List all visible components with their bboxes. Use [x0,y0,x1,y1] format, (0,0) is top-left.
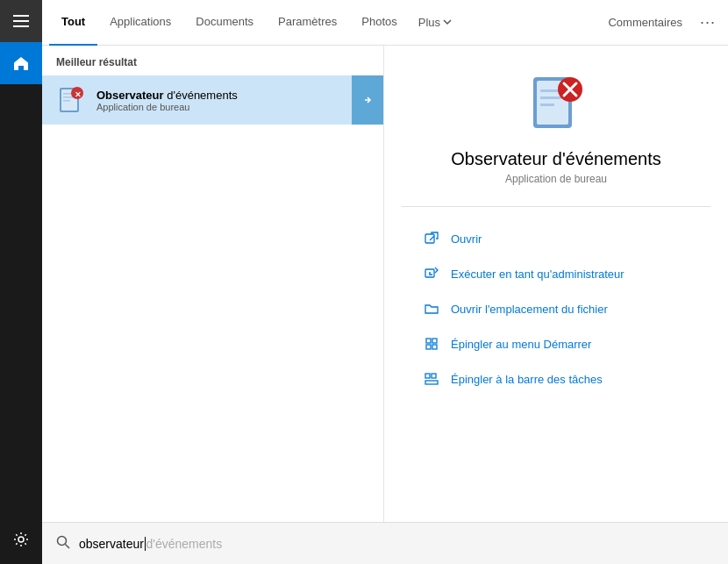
action-epingler-taches-label: Épingler à la barre des tâches [451,373,603,386]
search-ghost-text: d'événements [146,537,222,551]
svg-text:✕: ✕ [75,90,82,99]
result-name-bold: Observateur [96,89,164,102]
svg-rect-24 [432,345,437,349]
action-epingler-demarrer-label: Épingler au menu Démarrer [451,338,591,351]
svg-rect-27 [425,381,438,384]
result-name-rest: d'événements [164,89,238,102]
svg-rect-8 [63,100,70,102]
detail-icon-area [525,72,588,135]
search-icon [56,535,70,553]
svg-rect-26 [432,374,436,378]
tab-photos[interactable]: Photos [349,0,409,46]
svg-rect-0 [13,15,29,17]
result-item-arrow[interactable] [352,75,383,125]
pin-taskbar-icon [423,370,440,388]
detail-divider [402,206,710,207]
svg-point-28 [58,536,67,545]
sidebar-settings-button[interactable] [0,518,42,560]
result-item-icon: ✕ [53,82,88,118]
action-ouvrir-label: Ouvrir [451,232,482,246]
action-ouvrir-emplacement-label: Ouvrir l'emplacement du fichier [451,303,608,316]
svg-rect-25 [425,374,430,378]
tab-parametres[interactable]: Paramètres [266,0,349,46]
search-bar: observateur d'événements [42,522,728,564]
pin-start-icon [423,335,440,353]
sidebar-home-button[interactable] [0,42,42,84]
folder-icon [423,300,440,318]
results-panel: Meilleur résultat ✕ [42,46,384,522]
more-options-button[interactable]: ··· [695,13,721,32]
content-area: Meilleur résultat ✕ [42,46,728,522]
action-ouvrir[interactable]: Ouvrir [419,221,710,256]
svg-rect-22 [432,339,437,343]
tab-applications[interactable]: Applications [97,0,183,46]
svg-rect-21 [426,339,431,343]
open-icon [423,230,440,247]
action-exec-admin-label: Exécuter en tant qu'administrateur [451,268,625,281]
detail-app-subtitle: Application de bureau [505,173,607,185]
action-epingler-demarrer[interactable]: Épingler au menu Démarrer [419,326,710,361]
main-content: Tout Applications Documents Paramètres P… [42,0,728,564]
nav-right: Commentaires ··· [599,13,721,32]
search-input[interactable]: observateur d'événements [79,537,222,551]
detail-app-name: Observateur d'événements [451,149,661,169]
commentaires-button[interactable]: Commentaires [599,16,691,29]
tab-documents[interactable]: Documents [183,0,266,46]
tab-plus-label: Plus [418,16,440,29]
result-item-subtitle: Application de bureau [96,102,373,112]
svg-rect-1 [13,20,29,22]
sidebar-menu-button[interactable] [0,0,42,42]
svg-line-29 [66,544,70,548]
sidebar [0,0,42,564]
action-epingler-taches[interactable]: Épingler à la barre des tâches [419,361,710,396]
action-exec-admin[interactable]: Exécuter en tant qu'administrateur [419,256,710,291]
svg-rect-19 [425,234,434,243]
chevron-down-icon [443,19,452,25]
result-item-text: Observateur d'événements Application de … [96,89,373,112]
result-item-name: Observateur d'événements [96,89,373,102]
best-result-item[interactable]: ✕ Observateur d'événements Application d… [42,75,383,125]
svg-rect-7 [63,96,74,98]
svg-point-3 [18,537,24,542]
nav-tabs: Tout Applications Documents Paramètres P… [42,0,728,46]
svg-rect-14 [540,96,561,99]
svg-rect-2 [13,25,29,27]
search-typed-text: observateur [79,537,144,551]
section-best-result-label: Meilleur résultat [42,46,383,75]
tab-plus[interactable]: Plus [410,0,460,46]
tab-tout[interactable]: Tout [49,0,97,46]
svg-rect-23 [426,345,431,349]
svg-rect-15 [540,104,554,106]
admin-icon [423,265,440,282]
detail-panel: Observateur d'événements Application de … [384,46,728,522]
detail-actions: Ouvrir Exécuter en tant qu'administrateu… [402,221,710,396]
action-ouvrir-emplacement[interactable]: Ouvrir l'emplacement du fichier [419,291,710,326]
